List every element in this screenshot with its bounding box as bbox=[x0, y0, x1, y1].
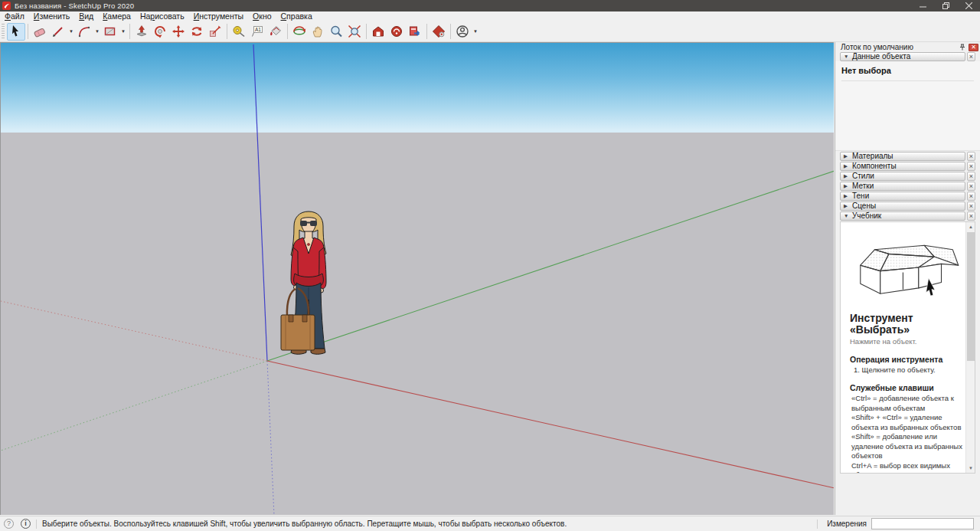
select-tool-button[interactable] bbox=[7, 23, 25, 41]
rotate-tool-button[interactable] bbox=[188, 23, 206, 41]
toolbar: ▼▼▼A1▼ bbox=[0, 21, 980, 42]
paint-bucket-icon bbox=[269, 25, 283, 38]
share-model-tool-button[interactable] bbox=[406, 23, 424, 41]
expand-arrow-icon: ▼ bbox=[844, 54, 849, 59]
tape-measure-tool-button[interactable] bbox=[230, 23, 248, 41]
select-icon bbox=[9, 25, 23, 38]
section-close-button[interactable]: × bbox=[967, 172, 975, 181]
close-button[interactable] bbox=[957, 0, 980, 11]
section-close-button[interactable]: × bbox=[967, 202, 975, 211]
scroll-up-icon[interactable]: ▲ bbox=[966, 222, 975, 231]
zoom-extents-tool-button[interactable] bbox=[345, 23, 364, 41]
tray-section-styles[interactable]: ▶ Стили bbox=[840, 172, 965, 181]
line-tool-button[interactable] bbox=[49, 23, 67, 41]
default-tray-panel: Лоток по умолчанию ✕ ▼ Данные объекта × … bbox=[835, 42, 980, 515]
restore-button[interactable] bbox=[934, 0, 957, 11]
tray-close-button[interactable]: ✕ bbox=[969, 44, 978, 51]
instructor-title-line1: Инструмент bbox=[850, 313, 962, 324]
menu-item-draw[interactable]: Нарисовать bbox=[136, 11, 189, 21]
instructor-scrollbar[interactable]: ▲ ▼ bbox=[965, 222, 975, 473]
toolbar-separator bbox=[366, 24, 367, 39]
section-close-button[interactable]: × bbox=[967, 211, 975, 221]
move-tool-button[interactable] bbox=[169, 23, 188, 41]
menu-item-view[interactable]: Вид bbox=[74, 11, 98, 21]
instructor-content: Инструмент «Выбрать» Нажмите на объект. … bbox=[841, 222, 965, 473]
eraser-tool-button[interactable] bbox=[31, 23, 49, 41]
collapse-arrow-icon: ▶ bbox=[844, 193, 849, 199]
orbit-icon bbox=[292, 25, 306, 38]
toolbar-separator bbox=[28, 24, 28, 39]
push-pull-tool-button[interactable] bbox=[132, 23, 151, 41]
rectangle-dropdown-arrow[interactable]: ▼ bbox=[119, 23, 127, 41]
handbag-body bbox=[281, 315, 315, 350]
toolbar-separator bbox=[227, 24, 227, 39]
section-close-button[interactable]: × bbox=[967, 52, 975, 61]
move-icon bbox=[172, 25, 185, 38]
scrollbar-thumb[interactable] bbox=[967, 232, 975, 361]
arc-dropdown-arrow[interactable]: ▼ bbox=[93, 23, 101, 41]
arc-icon bbox=[77, 25, 91, 38]
extension-warehouse-tool-button[interactable] bbox=[387, 23, 406, 41]
follow-me-tool-button[interactable] bbox=[151, 23, 169, 41]
tray-section-materials[interactable]: ▶ Материалы bbox=[840, 152, 965, 161]
tray-section-shadows[interactable]: ▶ Тени bbox=[840, 192, 965, 201]
extension-manager-tool-button[interactable] bbox=[430, 23, 448, 41]
window-controls bbox=[911, 0, 980, 11]
tray-section-scenes[interactable]: ▶ Сцены bbox=[840, 202, 965, 211]
account-dropdown-arrow[interactable]: ▼ bbox=[472, 23, 479, 41]
tray-section-label: Материалы bbox=[852, 152, 893, 160]
minimize-button[interactable] bbox=[911, 0, 934, 11]
push-pull-icon bbox=[135, 25, 149, 38]
credits-icon[interactable]: i bbox=[21, 519, 31, 529]
section-close-button[interactable]: × bbox=[967, 182, 975, 191]
zoom-tool-button[interactable] bbox=[327, 23, 345, 41]
orbit-tool-button[interactable] bbox=[290, 23, 309, 41]
rectangle-tool-button[interactable] bbox=[101, 23, 119, 41]
menu-item-help[interactable]: Справка bbox=[276, 11, 317, 21]
tray-section-object-data[interactable]: ▼ Данные объекта bbox=[840, 52, 965, 61]
rotate-icon bbox=[190, 25, 204, 38]
scale-icon bbox=[208, 25, 222, 38]
menu-item-edit[interactable]: Изменить bbox=[29, 11, 74, 21]
operation-step: 1. Щелкните по объекту. bbox=[854, 365, 962, 374]
line-dropdown-arrow[interactable]: ▼ bbox=[67, 23, 75, 41]
extension-manager-icon bbox=[432, 25, 446, 38]
zoom-extents-icon bbox=[348, 25, 361, 38]
arc-tool-button[interactable] bbox=[75, 23, 93, 41]
tape-measure-icon bbox=[232, 25, 246, 38]
scroll-down-icon[interactable]: ▼ bbox=[966, 464, 975, 473]
toolbar-separator bbox=[129, 24, 130, 39]
tray-section-tags[interactable]: ▶ Метки bbox=[840, 182, 965, 191]
section-close-button[interactable]: × bbox=[967, 162, 975, 171]
measurements-input[interactable] bbox=[871, 518, 974, 529]
scale-tool-button[interactable] bbox=[206, 23, 224, 41]
geolocation-icon[interactable]: ? bbox=[4, 519, 14, 529]
instructor-panel: Инструмент «Выбрать» Нажмите на объект. … bbox=[840, 221, 975, 474]
menu-item-camera[interactable]: Камера bbox=[98, 11, 136, 21]
section-close-button[interactable]: × bbox=[967, 192, 975, 201]
pan-tool-button[interactable] bbox=[309, 23, 327, 41]
section-close-button[interactable]: × bbox=[967, 152, 975, 161]
measurements-label: Измерения bbox=[827, 520, 867, 528]
statusbar-divider bbox=[817, 520, 818, 529]
account-tool-button[interactable] bbox=[453, 23, 472, 41]
menu-item-file[interactable]: Файл bbox=[0, 11, 29, 21]
follow-me-icon bbox=[153, 25, 167, 38]
tray-section-instructor[interactable]: ▼ Учебник bbox=[840, 211, 965, 221]
text-tool-button[interactable]: A1 bbox=[248, 23, 266, 41]
3d-viewport[interactable] bbox=[0, 42, 834, 515]
tray-section-components[interactable]: ▶ Компоненты bbox=[840, 162, 965, 171]
collapse-arrow-icon: ▶ bbox=[844, 163, 849, 169]
menu-item-window[interactable]: Окно bbox=[248, 11, 276, 21]
instructor-title-line2: «Выбрать» bbox=[850, 324, 962, 336]
paint-bucket-tool-button[interactable] bbox=[266, 23, 285, 41]
sketchup-logo-icon bbox=[2, 2, 11, 10]
menu-item-tools[interactable]: Инструменты bbox=[189, 11, 248, 21]
toolbar-grip[interactable] bbox=[2, 24, 5, 39]
pin-icon[interactable] bbox=[957, 44, 967, 51]
person-figure[interactable] bbox=[270, 208, 347, 361]
tray-section-label: Учебник bbox=[852, 211, 881, 220]
modifier-key-item: «Ctrl» = добавление объекта к выбранным … bbox=[851, 394, 962, 413]
eraser-icon bbox=[33, 25, 47, 38]
3d-warehouse-tool-button[interactable] bbox=[369, 23, 387, 41]
